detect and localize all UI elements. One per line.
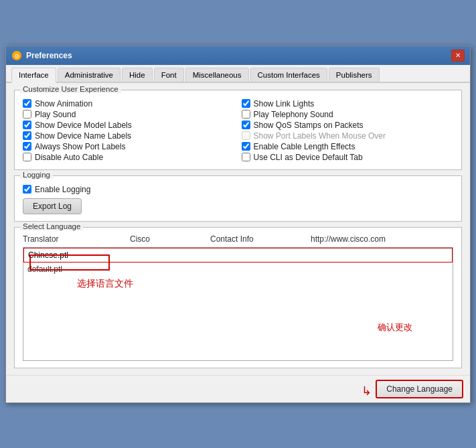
option-show-device-name: Show Device Name Labels	[23, 131, 235, 141]
annotation-confirm-text: 确认更改	[378, 321, 412, 333]
col-translator: Translator	[23, 234, 130, 244]
option-enable-logging: Enable Logging	[23, 184, 453, 195]
label-show-device-model: Show Device Model Labels	[35, 121, 132, 130]
option-show-device-model: Show Device Model Labels	[23, 120, 235, 131]
label-show-link-lights: Show Link Lights	[254, 99, 315, 108]
tab-content: Customize User Experience Show Animation…	[6, 83, 470, 375]
customize-section: Customize User Experience Show Animation…	[14, 90, 462, 170]
language-section-title: Select Language	[20, 222, 83, 230]
col-url: http://www.cisco.com	[311, 234, 453, 244]
checkbox-show-qos[interactable]	[242, 121, 250, 129]
language-section: Select Language Translator Cisco Contact…	[14, 227, 462, 368]
change-language-button[interactable]: Change Language	[376, 380, 463, 398]
label-always-show-port: Always Show Port Labels	[35, 142, 125, 151]
option-use-cli: Use CLI as Device Default Tab	[242, 152, 454, 163]
lang-item-chinese[interactable]: Chinese.ptl	[23, 248, 453, 263]
checkbox-show-link-lights[interactable]	[242, 99, 250, 108]
tab-custom-interfaces[interactable]: Custom Interfaces	[250, 68, 327, 82]
tab-administrative[interactable]: Administrative	[58, 68, 121, 82]
label-show-animation: Show Animation	[35, 99, 92, 108]
option-show-animation: Show Animation	[23, 98, 235, 109]
checkbox-show-device-name[interactable]	[23, 131, 31, 140]
option-disable-auto-cable: Disable Auto Cable	[23, 152, 235, 163]
arrow-annotation: ↳	[362, 384, 372, 398]
app-icon: ⚙	[11, 50, 22, 61]
checkbox-play-telephony[interactable]	[242, 110, 250, 119]
label-show-qos: Show QoS Stamps on Packets	[254, 121, 364, 130]
annotation-chinese-text: 选择语言文件	[77, 278, 133, 290]
export-log-button[interactable]: Export Log	[23, 198, 82, 214]
title-controls: ✕	[451, 50, 465, 62]
lang-item-default[interactable]: default.ptl	[23, 263, 453, 276]
label-enable-logging: Enable Logging	[35, 185, 90, 194]
title-bar: ⚙ Preferences ✕	[6, 46, 470, 65]
logging-title: Logging	[20, 171, 53, 179]
options-col1: Show Animation Play Sound Show Device Mo…	[23, 98, 235, 163]
checkbox-enable-logging[interactable]	[23, 185, 31, 194]
tab-font[interactable]: Font	[154, 68, 184, 82]
tab-bar: Interface Administrative Hide Font Misce…	[6, 65, 470, 83]
label-show-port-labels-mouse: Show Port Labels When Mouse Over	[254, 131, 386, 141]
col-contact: Contact Info	[210, 234, 311, 244]
options-grid: Show Animation Play Sound Show Device Mo…	[23, 98, 453, 163]
checkbox-use-cli[interactable]	[242, 153, 250, 161]
customize-section-title: Customize User Experience	[20, 85, 121, 93]
language-table-header: Translator Cisco Contact Info http://www…	[23, 233, 453, 245]
title-bar-left: ⚙ Preferences	[11, 50, 72, 61]
checkbox-show-animation[interactable]	[23, 99, 31, 108]
checkbox-always-show-port[interactable]	[23, 142, 31, 151]
option-play-telephony: Play Telephony Sound	[242, 109, 454, 120]
option-show-port-labels-mouse: Show Port Labels When Mouse Over	[242, 131, 454, 141]
option-show-link-lights: Show Link Lights	[242, 98, 454, 109]
checkbox-show-device-model[interactable]	[23, 121, 31, 129]
checkbox-play-sound[interactable]	[23, 110, 31, 119]
label-disable-auto-cable: Disable Auto Cable	[35, 153, 103, 162]
preferences-window: ⚙ Preferences ✕ Interface Administrative…	[5, 46, 471, 403]
option-always-show-port: Always Show Port Labels	[23, 141, 235, 152]
checkbox-show-port-labels-mouse[interactable]	[242, 131, 250, 140]
bottom-bar: ↳ Change Language	[6, 375, 470, 402]
checkbox-enable-cable-length[interactable]	[242, 142, 250, 151]
option-play-sound: Play Sound	[23, 109, 235, 120]
label-play-telephony: Play Telephony Sound	[254, 110, 333, 119]
label-use-cli: Use CLI as Device Default Tab	[254, 153, 363, 162]
label-show-device-name: Show Device Name Labels	[35, 131, 131, 141]
logging-section: Logging Enable Logging Export Log	[14, 175, 462, 222]
language-list[interactable]: Chinese.ptl default.ptl 选择语言文件 确认更改	[23, 247, 453, 361]
tab-publishers[interactable]: Publishers	[329, 68, 380, 82]
option-show-qos: Show QoS Stamps on Packets	[242, 120, 454, 131]
checkbox-disable-auto-cable[interactable]	[23, 153, 31, 161]
col-cisco: Cisco	[130, 234, 210, 244]
close-button[interactable]: ✕	[451, 50, 465, 62]
options-col2: Show Link Lights Play Telephony Sound Sh…	[242, 98, 454, 163]
label-enable-cable-length: Enable Cable Length Effects	[254, 142, 355, 151]
tab-miscellaneous[interactable]: Miscellaneous	[185, 68, 249, 82]
option-enable-cable-length: Enable Cable Length Effects	[242, 141, 454, 152]
tab-hide[interactable]: Hide	[122, 68, 153, 82]
tab-interface[interactable]: Interface	[11, 68, 56, 83]
label-play-sound: Play Sound	[35, 110, 76, 119]
window-title: Preferences	[26, 51, 72, 60]
svg-text:⚙: ⚙	[14, 53, 19, 60]
